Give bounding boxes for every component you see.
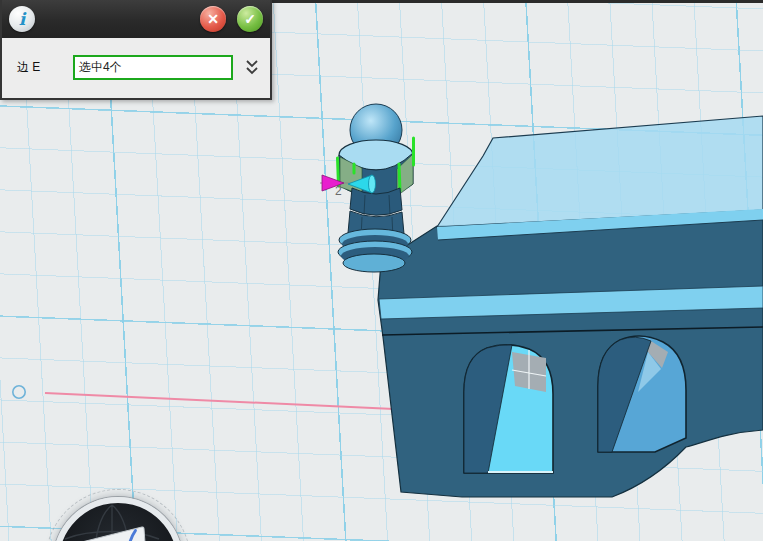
app-logo — [53, 497, 183, 541]
edge-selection-field[interactable]: 选中4个 — [73, 55, 233, 80]
confirm-button[interactable]: ✓ — [237, 6, 263, 32]
point-marker — [13, 386, 25, 398]
expand-options-button[interactable] — [243, 57, 261, 78]
edge-selection-value: 选中4个 — [79, 59, 122, 76]
dialog-titlebar[interactable]: i ✕ ✓ — [2, 0, 270, 38]
arch-left — [464, 345, 553, 473]
bridge-wall — [378, 217, 763, 497]
datum-curve — [45, 393, 394, 409]
edge-field-label: 边 E — [17, 59, 73, 76]
chevron-double-down-icon — [245, 59, 259, 76]
cancel-button[interactable]: ✕ — [200, 6, 226, 32]
selection-dialog: i ✕ ✓ 边 E 选中4个 — [0, 0, 272, 100]
cancel-icon: ✕ — [207, 12, 219, 26]
dialog-body: 边 E 选中4个 — [2, 38, 270, 80]
arch-right — [598, 336, 686, 452]
deck-top-face — [437, 116, 763, 227]
bridge-model — [378, 116, 763, 497]
info-icon: i — [9, 6, 35, 32]
cyan-arrow-base — [369, 175, 376, 193]
check-icon: ✓ — [244, 12, 256, 26]
selected-edge — [399, 164, 400, 191]
ring-stack — [338, 229, 412, 272]
